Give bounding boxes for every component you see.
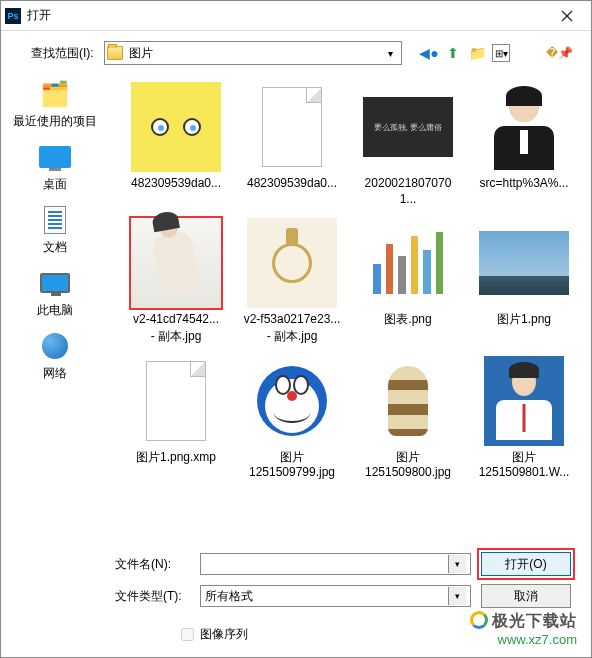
file-thumbnail xyxy=(246,217,338,309)
file-thumbnail xyxy=(246,81,338,173)
folder-name: 图片 xyxy=(129,45,382,62)
lookup-label: 查找范围(I): xyxy=(31,45,94,62)
file-grid: 482309539da0... 482309539da0... 要么孤独, 要么… xyxy=(123,81,577,479)
desktop-icon xyxy=(39,146,71,168)
up-icon[interactable]: ⬆ xyxy=(444,44,462,62)
filename-label: 文件名(N): xyxy=(115,556,190,573)
chevron-down-icon[interactable]: ▾ xyxy=(448,555,466,573)
file-name-sub: 1251509801.W... xyxy=(479,465,570,479)
folder-icon xyxy=(107,46,123,60)
folder-dropdown[interactable]: 图片 ▾ xyxy=(104,41,402,65)
file-name: 图片 xyxy=(396,450,420,466)
file-item[interactable]: src=http%3A%... xyxy=(471,81,577,207)
file-name: 20200218070701... xyxy=(357,176,459,207)
sidebar-item-recent[interactable]: 🗂️ 最近使用的项目 xyxy=(13,79,97,130)
file-name-sub: 1251509800.jpg xyxy=(365,465,451,479)
file-name: 482309539da0... xyxy=(131,176,221,192)
file-item[interactable]: 图表.png xyxy=(355,217,461,345)
file-name: 图片1.png.xmp xyxy=(136,450,216,466)
skyline-thumbnail xyxy=(479,231,569,295)
file-name: v2-f53a0217e23... xyxy=(244,312,341,328)
id-photo-thumbnail xyxy=(484,356,564,446)
file-item[interactable]: 图片 1251509799.jpg xyxy=(239,355,345,480)
filetype-dropdown[interactable]: 所有格式 ▾ xyxy=(200,585,471,607)
file-name: 图片 xyxy=(280,450,304,466)
file-name-sub: - 副本.jpg xyxy=(151,328,202,345)
file-thumbnail xyxy=(130,81,222,173)
id-photo-thumbnail xyxy=(489,82,559,172)
open-button-label: 打开(O) xyxy=(505,556,546,573)
sidebar-item-documents[interactable]: 文档 xyxy=(37,205,73,256)
filename-row: 文件名(N): ▾ 打开(O) xyxy=(115,552,571,576)
filename-input[interactable]: ▾ xyxy=(200,553,471,575)
filetype-label: 文件类型(T): xyxy=(115,588,190,605)
file-item-selected[interactable]: v2-41cd74542... - 副本.jpg xyxy=(123,217,229,345)
main-content: 🗂️ 最近使用的项目 桌面 文档 此电脑 网络 482309539da0... xyxy=(1,73,591,543)
doraemon-thumbnail xyxy=(247,356,337,446)
file-name-sub: 1251509799.jpg xyxy=(249,465,335,479)
sidebar-item-label: 最近使用的项目 xyxy=(13,113,97,130)
file-item[interactable]: 图片 1251509800.jpg xyxy=(355,355,461,480)
sidebar-item-label: 网络 xyxy=(43,365,67,382)
file-thumbnail xyxy=(478,355,570,447)
file-name: 图表.png xyxy=(384,312,431,328)
file-name: 482309539da0... xyxy=(247,176,337,192)
back-icon[interactable]: ◀● xyxy=(420,44,438,62)
recent-icon: 🗂️ xyxy=(37,79,73,109)
open-button[interactable]: 打开(O) xyxy=(481,552,571,576)
close-button[interactable] xyxy=(547,2,587,30)
file-name: 图片 xyxy=(512,450,536,466)
file-item[interactable]: 图片 1251509801.W... xyxy=(471,355,577,480)
photoshop-icon: Ps xyxy=(5,8,21,24)
close-icon xyxy=(561,10,573,22)
filetype-value: 所有格式 xyxy=(205,588,448,605)
network-icon xyxy=(42,333,68,359)
file-item[interactable]: 图片1.png.xmp xyxy=(123,355,229,480)
file-item[interactable]: 要么孤独, 要么庸俗 20200218070701... xyxy=(355,81,461,207)
file-item[interactable]: v2-f53a0217e23... - 副本.jpg xyxy=(239,217,345,345)
file-name: src=http%3A%... xyxy=(479,176,568,192)
sidebar-item-label: 桌面 xyxy=(43,176,67,193)
file-item[interactable]: 482309539da0... xyxy=(123,81,229,207)
file-thumbnail xyxy=(130,217,222,309)
file-thumbnail xyxy=(478,81,570,173)
title-bar: Ps 打开 xyxy=(1,1,591,31)
perfume-thumbnail xyxy=(247,218,337,308)
new-folder-icon[interactable]: 📁 xyxy=(468,44,486,62)
sidebar: 🗂️ 最近使用的项目 桌面 文档 此电脑 网络 xyxy=(1,73,109,543)
sidebar-item-this-pc[interactable]: 此电脑 xyxy=(37,268,73,319)
file-thumbnail xyxy=(362,355,454,447)
file-thumbnail xyxy=(478,217,570,309)
file-grid-area[interactable]: 482309539da0... 482309539da0... 要么孤独, 要么… xyxy=(109,73,591,543)
pc-icon xyxy=(40,273,70,293)
bottom-panel: 文件名(N): ▾ 打开(O) 文件类型(T): 所有格式 ▾ 取消 图像序列 … xyxy=(1,550,591,657)
file-thumbnail xyxy=(130,355,222,447)
file-item[interactable]: 图片1.png xyxy=(471,217,577,345)
sidebar-item-network[interactable]: 网络 xyxy=(37,331,73,382)
view-menu-icon[interactable]: ⊞▾ xyxy=(492,44,510,62)
file-name: 图片1.png xyxy=(497,312,551,328)
sidebar-item-label: 文档 xyxy=(43,239,67,256)
file-thumbnail xyxy=(362,217,454,309)
filetype-row: 文件类型(T): 所有格式 ▾ 取消 xyxy=(115,584,571,608)
file-thumbnail: 要么孤独, 要么庸俗 xyxy=(362,81,454,173)
file-item[interactable]: 482309539da0... xyxy=(239,81,345,207)
cancel-button-label: 取消 xyxy=(514,588,538,605)
toolbar-icons: ◀● ⬆ 📁 ⊞▾ xyxy=(420,44,510,62)
blank-doc-icon xyxy=(146,361,206,441)
document-icon xyxy=(44,206,66,234)
file-thumbnail xyxy=(246,355,338,447)
sidebar-item-desktop[interactable]: 桌面 xyxy=(37,142,73,193)
dark-text-thumbnail: 要么孤独, 要么庸俗 xyxy=(363,97,453,157)
file-name: v2-41cd74542... xyxy=(133,312,219,328)
blank-doc-icon xyxy=(262,87,322,167)
cancel-button[interactable]: 取消 xyxy=(481,584,571,608)
image-sequence-checkbox[interactable] xyxy=(181,628,194,641)
burger-thumbnail xyxy=(363,356,453,446)
chevron-down-icon[interactable]: ▾ xyxy=(448,587,466,605)
window-title: 打开 xyxy=(27,7,547,24)
sidebar-item-label: 此电脑 xyxy=(37,302,73,319)
image-sequence-label: 图像序列 xyxy=(200,626,248,643)
pin-icon[interactable]: �📌 xyxy=(546,46,573,60)
file-name-sub: - 副本.jpg xyxy=(267,328,318,345)
